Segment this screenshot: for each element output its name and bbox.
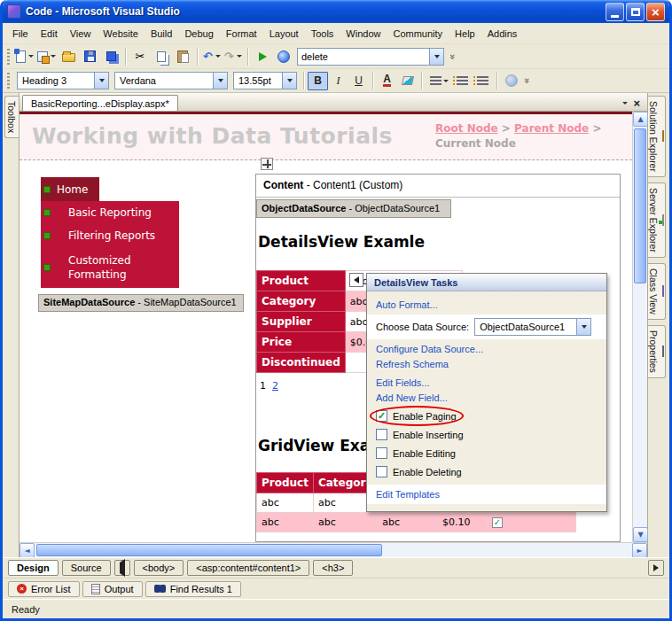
checkbox-unchecked[interactable] xyxy=(376,466,387,477)
toolbar-overflow-chevron[interactable]: » xyxy=(522,78,533,83)
browse-button[interactable] xyxy=(273,47,294,66)
checkbox-unchecked[interactable] xyxy=(376,429,387,440)
menu-view[interactable]: View xyxy=(64,26,98,42)
move-handle-icon[interactable] xyxy=(261,158,273,170)
start-debug-button[interactable] xyxy=(252,47,273,66)
tag-asp-content[interactable]: <asp:content#content1> xyxy=(187,560,309,576)
server-explorer-tab[interactable]: Server Explorer xyxy=(648,182,666,258)
document-tab[interactable]: BasicReporting...eDisplay.aspx* xyxy=(22,95,178,111)
edit-templates-link[interactable]: Edit Templates xyxy=(367,485,606,504)
minimize-button[interactable] xyxy=(606,3,624,21)
add-new-field-link[interactable]: Add New Field... xyxy=(376,392,598,403)
find-input[interactable] xyxy=(298,51,429,62)
bullet-list-button[interactable] xyxy=(473,72,493,90)
underline-button[interactable]: U xyxy=(348,72,369,90)
view-switch-bar: Design Source <body> <asp:content#conten… xyxy=(3,557,669,578)
font-color-button[interactable]: A xyxy=(377,72,397,90)
paste-button[interactable] xyxy=(172,47,193,66)
document-list-dropdown[interactable] xyxy=(622,102,628,105)
scrollbar-thumb[interactable] xyxy=(634,128,646,283)
toolbar-grip[interactable] xyxy=(7,49,10,65)
maximize-button[interactable] xyxy=(626,3,645,21)
enable-deleting-checkbox-row[interactable]: Enable Deleting xyxy=(376,466,598,477)
toolbar-grip[interactable] xyxy=(7,73,10,89)
combo-arrow-button[interactable] xyxy=(576,319,590,335)
hyperlink-button[interactable] xyxy=(501,72,521,90)
menu-edit[interactable]: Edit xyxy=(35,26,64,42)
italic-button[interactable]: I xyxy=(328,72,348,90)
open-file-button[interactable] xyxy=(58,47,79,66)
menu-tools[interactable]: Tools xyxy=(305,26,340,42)
horizontal-scrollbar[interactable]: ◄ ► xyxy=(20,542,647,557)
add-item-button[interactable] xyxy=(35,47,58,66)
bold-button[interactable]: B xyxy=(308,72,328,90)
smart-tag-button[interactable] xyxy=(349,273,363,287)
combo-arrow-button[interactable] xyxy=(282,73,296,89)
class-view-tab[interactable]: Class View xyxy=(648,263,666,320)
font-size-combo[interactable]: 13.55pt xyxy=(233,72,297,89)
menu-help[interactable]: Help xyxy=(449,26,481,42)
menu-window[interactable]: Window xyxy=(340,26,387,42)
find-combo[interactable] xyxy=(297,48,444,66)
menu-format[interactable]: Format xyxy=(220,26,263,42)
auto-format-link[interactable]: Auto Format... xyxy=(376,299,598,310)
combo-arrow-button[interactable] xyxy=(429,49,443,65)
copy-button[interactable] xyxy=(151,47,172,66)
vs-app-icon[interactable] xyxy=(7,4,21,19)
design-surface[interactable]: Working with Data Tutorials Root Node > … xyxy=(20,112,632,542)
menu-addins[interactable]: Addins xyxy=(481,26,524,42)
edit-fields-link[interactable]: Edit Fields... xyxy=(376,377,598,388)
menu-community[interactable]: Community xyxy=(387,26,449,42)
enable-inserting-checkbox-row[interactable]: Enable Inserting xyxy=(376,429,598,440)
tag-body[interactable]: <body> xyxy=(134,560,184,576)
checkbox-unchecked[interactable] xyxy=(376,447,387,459)
redo-button[interactable]: ↷ xyxy=(223,47,244,66)
data-source-select[interactable]: ObjectDataSource1 xyxy=(474,318,591,336)
scroll-down-button[interactable]: ▼ xyxy=(633,527,648,542)
toolbar-overflow-chevron[interactable]: » xyxy=(448,53,458,58)
redo-icon: ↷ xyxy=(224,50,234,64)
output-tab[interactable]: Output xyxy=(82,581,143,597)
solution-explorer-tab[interactable]: Solution Explorer xyxy=(648,96,666,177)
numbered-list-button[interactable] xyxy=(452,72,473,90)
field-label-cell: Discontinued xyxy=(257,353,346,373)
scroll-left-button[interactable]: ◄ xyxy=(20,543,35,558)
scrollbar-thumb[interactable] xyxy=(36,544,382,556)
close-button[interactable]: × xyxy=(646,3,665,21)
save-button[interactable] xyxy=(79,47,100,66)
menu-build[interactable]: Build xyxy=(145,26,178,42)
globe-icon xyxy=(277,50,290,63)
scroll-up-button[interactable]: ▲ xyxy=(633,112,648,127)
style-combo[interactable]: Heading 3 xyxy=(17,72,109,89)
enable-paging-checkbox-row[interactable]: ✓ Enable Paging xyxy=(376,410,598,422)
save-all-button[interactable] xyxy=(100,47,121,66)
highlight-button[interactable] xyxy=(397,72,418,90)
design-view-tab[interactable]: Design xyxy=(8,560,59,576)
toolbar-separator xyxy=(496,72,497,89)
menu-debug[interactable]: Debug xyxy=(178,26,219,42)
tag-nav-left-button[interactable] xyxy=(114,560,130,576)
checkbox-checked[interactable]: ✓ xyxy=(376,410,387,422)
combo-arrow-button[interactable] xyxy=(213,73,227,89)
menu-file[interactable]: File xyxy=(6,26,35,42)
align-button[interactable] xyxy=(426,72,452,90)
source-view-tab[interactable]: Source xyxy=(62,560,111,576)
find-results-tab[interactable]: Find Results 1 xyxy=(145,581,241,597)
menu-website[interactable]: Website xyxy=(97,26,145,42)
scroll-right-button[interactable]: ► xyxy=(632,543,647,558)
vertical-scrollbar[interactable]: ▲ ▼ xyxy=(632,112,647,542)
undo-button[interactable]: ↶ xyxy=(201,47,223,66)
close-document-button[interactable]: × xyxy=(633,98,640,108)
refresh-schema-link[interactable]: Refresh Schema xyxy=(376,359,598,369)
configure-data-source-link[interactable]: Configure Data Source... xyxy=(376,344,598,354)
error-list-tab[interactable]: ×Error List xyxy=(8,581,80,597)
tag-nav-right-button[interactable] xyxy=(648,560,664,576)
tag-h3[interactable]: <h3> xyxy=(313,560,353,576)
enable-editing-checkbox-row[interactable]: Enable Editing xyxy=(376,447,598,459)
font-combo[interactable]: Verdana xyxy=(114,72,228,89)
combo-arrow-button[interactable] xyxy=(94,73,108,89)
menu-layout[interactable]: Layout xyxy=(263,26,305,42)
properties-tab[interactable]: Properties xyxy=(648,325,666,378)
cut-button[interactable]: ✂ xyxy=(129,47,151,66)
new-file-button[interactable] xyxy=(14,47,35,66)
